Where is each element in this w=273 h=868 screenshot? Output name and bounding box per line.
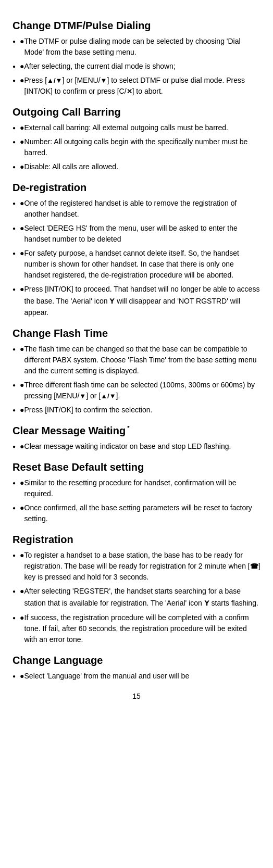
- bullet-icon: ●: [20, 612, 24, 623]
- item-text: Press [INT/OK] to confirm the selection.: [24, 405, 153, 416]
- section-dereg-title: De-registration: [13, 182, 260, 194]
- bullet-icon: ●: [20, 136, 24, 147]
- item-text: Number: All outgoing calls begin with th…: [24, 136, 260, 158]
- bullet-icon: ●: [20, 248, 24, 259]
- list-item: ● Three different flash time can be sele…: [13, 380, 260, 401]
- section-registration: Registration ● To register a handset to …: [13, 534, 260, 645]
- bullet-icon: ●: [20, 380, 24, 391]
- item-text: Clear message waiting indicator on base …: [24, 441, 231, 452]
- list-item: ● Press [INT/OK] to proceed. That handse…: [13, 284, 260, 318]
- item-text: Select 'Language' from the manual and us…: [24, 671, 190, 682]
- asterisk-sup: *: [126, 425, 129, 431]
- bullet-icon: ●: [20, 586, 24, 597]
- section-dtmf-title: Change DTMF/Pulse Dialing: [13, 20, 260, 32]
- section-dtmf: Change DTMF/Pulse Dialing ● The DTMF or …: [13, 20, 260, 97]
- item-text: Select 'DEREG HS' from the menu, user wi…: [24, 223, 260, 245]
- item-text: The flash time can be changed so that th…: [24, 344, 260, 376]
- bullet-icon: ●: [20, 502, 24, 513]
- list-item: ● Similar to the resetting procedure for…: [13, 477, 260, 499]
- section-reset-title: Reset Base Default setting: [13, 461, 260, 473]
- item-text: Press [▲/▼] or [MENU/▼] to select DTMF o…: [24, 75, 260, 97]
- section-registration-list: ● To register a handset to a base statio…: [13, 550, 260, 645]
- section-reset: Reset Base Default setting ● Similar to …: [13, 461, 260, 524]
- list-item: ● Press [▲/▼] or [MENU/▼] to select DTMF…: [13, 75, 260, 97]
- section-reset-list: ● Similar to the resetting procedure for…: [13, 477, 260, 524]
- item-text: Disable: All calls are allowed.: [24, 161, 119, 172]
- section-language-title: Change Language: [13, 655, 260, 666]
- list-item: ● Number: All outgoing calls begin with …: [13, 136, 260, 158]
- list-item: ● If success, the registration procedure…: [13, 612, 260, 645]
- section-language: Change Language ● Select 'Language' from…: [13, 655, 260, 682]
- list-item: ● Clear message waiting indicator on bas…: [13, 441, 260, 452]
- section-registration-title: Registration: [13, 534, 260, 546]
- bullet-icon: ●: [20, 671, 24, 682]
- list-item: ● To register a handset to a base statio…: [13, 550, 260, 583]
- section-outgoing: Outgoing Call Barring ● External call ba…: [13, 106, 260, 172]
- list-item: ● One of the registered handset is able …: [13, 198, 260, 220]
- section-flash: Change Flash Time ● The flash time can b…: [13, 328, 260, 416]
- list-item: ● Once confirmed, all the base setting p…: [13, 502, 260, 524]
- section-clear-title: Clear Message Waiting *: [13, 425, 260, 437]
- page-number: 15: [13, 692, 260, 700]
- section-dereg-list: ● One of the registered handset is able …: [13, 198, 260, 318]
- list-item: ● Select 'Language' from the manual and …: [13, 671, 260, 682]
- item-text: After selecting 'REGSTER', the handset s…: [24, 586, 260, 609]
- list-item: ● For safety purpose, a handset cannot d…: [13, 248, 260, 281]
- list-item: ● The DTMF or pulse dialing mode can be …: [13, 36, 260, 58]
- section-flash-title: Change Flash Time: [13, 328, 260, 339]
- item-text: Once confirmed, all the base setting par…: [24, 502, 260, 524]
- item-text: One of the registered handset is able to…: [24, 198, 260, 220]
- item-text: To register a handset to a base station,…: [24, 550, 260, 583]
- section-dtmf-list: ● The DTMF or pulse dialing mode can be …: [13, 36, 260, 97]
- section-dereg: De-registration ● One of the registered …: [13, 182, 260, 318]
- list-item: ● After selecting, the current dial mode…: [13, 61, 260, 72]
- bullet-icon: ●: [20, 477, 24, 488]
- section-outgoing-title: Outgoing Call Barring: [13, 106, 260, 118]
- bullet-icon: ●: [20, 550, 24, 561]
- bullet-icon: ●: [20, 36, 24, 47]
- bullet-icon: ●: [20, 161, 24, 172]
- page-content: Change DTMF/Pulse Dialing ● The DTMF or …: [13, 20, 260, 700]
- list-item: ● Select 'DEREG HS' from the menu, user …: [13, 223, 260, 245]
- bullet-icon: ●: [20, 344, 24, 355]
- item-text: Three different flash time can be select…: [24, 380, 260, 401]
- section-flash-list: ● The flash time can be changed so that …: [13, 344, 260, 416]
- bullet-icon: ●: [20, 198, 24, 209]
- item-text: If success, the registration procedure w…: [24, 612, 260, 645]
- bullet-icon: ●: [20, 284, 24, 295]
- bullet-icon: ●: [20, 441, 24, 452]
- list-item: ● After selecting 'REGSTER', the handset…: [13, 586, 260, 609]
- list-item: ● Disable: All calls are allowed.: [13, 161, 260, 172]
- item-text: After selecting, the current dial mode i…: [24, 61, 176, 72]
- list-item: ● External call barring: All external ou…: [13, 122, 260, 133]
- item-text: The DTMF or pulse dialing mode can be se…: [24, 36, 260, 58]
- section-clear: Clear Message Waiting * ● Clear message …: [13, 425, 260, 452]
- list-item: ● The flash time can be changed so that …: [13, 344, 260, 376]
- item-text: Press [INT/OK] to proceed. That handset …: [24, 284, 260, 318]
- section-outgoing-list: ● External call barring: All external ou…: [13, 122, 260, 172]
- section-language-list: ● Select 'Language' from the manual and …: [13, 671, 260, 682]
- bullet-icon: ●: [20, 405, 24, 416]
- bullet-icon: ●: [20, 223, 24, 234]
- list-item: ● Press [INT/OK] to confirm the selectio…: [13, 405, 260, 416]
- item-text: For safety purpose, a handset cannot del…: [24, 248, 260, 281]
- bullet-icon: ●: [20, 122, 24, 133]
- item-text: Similar to the resetting procedure for h…: [24, 477, 260, 499]
- item-text: External call barring: All external outg…: [24, 122, 228, 133]
- bullet-icon: ●: [20, 75, 24, 86]
- bullet-icon: ●: [20, 61, 24, 72]
- section-clear-list: ● Clear message waiting indicator on bas…: [13, 441, 260, 452]
